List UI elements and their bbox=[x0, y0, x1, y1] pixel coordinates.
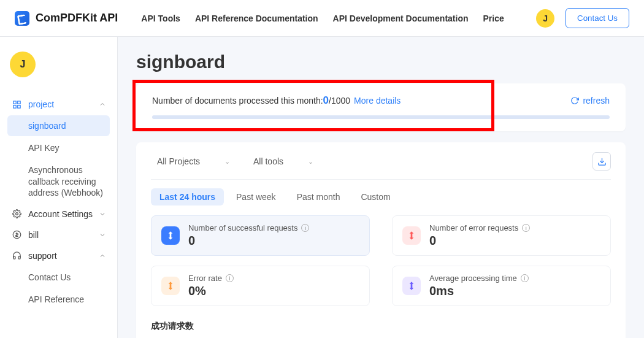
sidebar-label-support: support bbox=[28, 251, 57, 261]
info-icon[interactable]: i bbox=[521, 274, 529, 282]
nav-api-dev[interactable]: API Development Documentation bbox=[333, 13, 469, 23]
project-select-value: All Projects bbox=[157, 156, 200, 166]
chart-title: 成功请求数 bbox=[151, 321, 611, 332]
stat-rate-value: 0% bbox=[188, 284, 234, 298]
stat-error-label: Number of error requests bbox=[429, 223, 518, 232]
logo-icon bbox=[15, 11, 29, 26]
info-icon[interactable]: i bbox=[226, 274, 234, 282]
sidebar: J project signboard API Key Asynchronous… bbox=[0, 37, 118, 338]
stat-avg: Average processing time i 0ms bbox=[392, 266, 611, 306]
brand-text: ComPDFKit API bbox=[36, 12, 118, 25]
chevron-up-icon bbox=[99, 252, 106, 259]
stat-error-value: 0 bbox=[429, 234, 530, 248]
quota-total: 1000 bbox=[331, 96, 350, 106]
swap-icon bbox=[402, 277, 421, 295]
logo[interactable]: ComPDFKit API bbox=[15, 11, 118, 26]
sidebar-head-support[interactable]: support bbox=[7, 246, 110, 266]
more-details-link[interactable]: More details bbox=[354, 96, 401, 106]
quota-used: 0 bbox=[323, 94, 329, 107]
sidebar-item-webhook[interactable]: Asynchronous callback receiving address … bbox=[7, 159, 110, 203]
swap-icon bbox=[161, 226, 180, 245]
quota-progress-bar bbox=[152, 115, 610, 119]
top-nav: API Tools API Reference Documentation AP… bbox=[141, 13, 536, 23]
stat-success: Number of successful requests i 0 bbox=[151, 215, 370, 256]
chevron-down-icon: ⌄ bbox=[224, 158, 230, 166]
sidebar-avatar[interactable]: J bbox=[10, 52, 36, 77]
chevron-down-icon: ⌄ bbox=[308, 158, 313, 166]
sidebar-group-project: project signboard API Key Asynchronous c… bbox=[7, 94, 110, 203]
filter-row: All Projects ⌄ All tools ⌄ bbox=[151, 152, 611, 180]
sidebar-item-signboard[interactable]: signboard bbox=[7, 115, 110, 136]
tab-month[interactable]: Past month bbox=[288, 188, 349, 205]
sidebar-item-apiref[interactable]: API Reference bbox=[7, 289, 110, 310]
stat-error: Number of error requests i 0 bbox=[392, 215, 611, 256]
stat-avg-value: 0ms bbox=[429, 284, 529, 298]
tab-custom[interactable]: Custom bbox=[352, 188, 399, 205]
download-button[interactable] bbox=[592, 152, 611, 171]
sidebar-head-bill[interactable]: bill bbox=[7, 225, 110, 245]
page-title: signboard bbox=[136, 52, 626, 72]
stat-rate: Error rate i 0% bbox=[151, 266, 370, 306]
svg-rect-1 bbox=[17, 101, 20, 103]
tool-select[interactable]: All tools ⌄ bbox=[247, 153, 320, 170]
quota-prefix: Number of documents processed this month… bbox=[152, 96, 323, 106]
chevron-down-icon bbox=[99, 231, 106, 239]
swap-icon bbox=[402, 226, 421, 245]
stats-grid: Number of successful requests i 0 Number… bbox=[151, 215, 611, 306]
sidebar-label-account: Account Settings bbox=[28, 209, 93, 219]
contact-us-button[interactable]: Contact Us bbox=[565, 8, 629, 28]
download-icon bbox=[597, 157, 607, 166]
quota-card: Number of documents processed this month… bbox=[136, 83, 626, 131]
stat-avg-label: Average processing time bbox=[429, 274, 517, 283]
dollar-icon bbox=[11, 230, 22, 239]
headset-icon bbox=[11, 251, 22, 260]
sidebar-label-project: project bbox=[28, 99, 54, 109]
refresh-icon bbox=[570, 96, 579, 105]
nav-price[interactable]: Price bbox=[483, 13, 504, 23]
chevron-up-icon bbox=[99, 101, 106, 108]
svg-rect-0 bbox=[13, 101, 15, 103]
tool-select-value: All tools bbox=[253, 156, 283, 166]
svg-point-4 bbox=[15, 213, 18, 215]
stat-success-label: Number of successful requests bbox=[188, 223, 297, 232]
grid-icon bbox=[11, 100, 22, 109]
svg-rect-3 bbox=[17, 105, 20, 107]
sidebar-head-project[interactable]: project bbox=[7, 94, 110, 114]
tab-24h[interactable]: Last 24 hours bbox=[151, 188, 224, 205]
nav-api-reference[interactable]: API Reference Documentation bbox=[195, 13, 318, 23]
sidebar-item-contactus[interactable]: Contact Us bbox=[7, 267, 110, 288]
sidebar-label-bill: bill bbox=[28, 230, 39, 240]
gear-icon bbox=[11, 209, 22, 218]
sidebar-head-account[interactable]: Account Settings bbox=[7, 204, 110, 224]
refresh-button[interactable]: refresh bbox=[570, 96, 610, 106]
stat-rate-label: Error rate bbox=[188, 274, 222, 283]
refresh-label: refresh bbox=[583, 96, 610, 106]
tab-week[interactable]: Past week bbox=[228, 188, 285, 205]
svg-rect-2 bbox=[13, 105, 15, 107]
time-tabs: Last 24 hours Past week Past month Custo… bbox=[151, 188, 611, 205]
top-header: ComPDFKit API API Tools API Reference Do… bbox=[0, 0, 644, 37]
info-icon[interactable]: i bbox=[301, 224, 309, 232]
sidebar-item-apikey[interactable]: API Key bbox=[7, 137, 110, 158]
swap-icon bbox=[161, 277, 180, 295]
main-content: signboard Number of documents processed … bbox=[118, 37, 644, 338]
nav-api-tools[interactable]: API Tools bbox=[141, 13, 180, 23]
info-icon[interactable]: i bbox=[522, 224, 530, 232]
header-avatar[interactable]: J bbox=[536, 9, 554, 28]
chevron-down-icon bbox=[99, 210, 106, 218]
project-select[interactable]: All Projects ⌄ bbox=[151, 153, 236, 170]
stat-success-value: 0 bbox=[188, 234, 309, 248]
stats-panel: All Projects ⌄ All tools ⌄ Last 24 hours… bbox=[136, 142, 626, 338]
